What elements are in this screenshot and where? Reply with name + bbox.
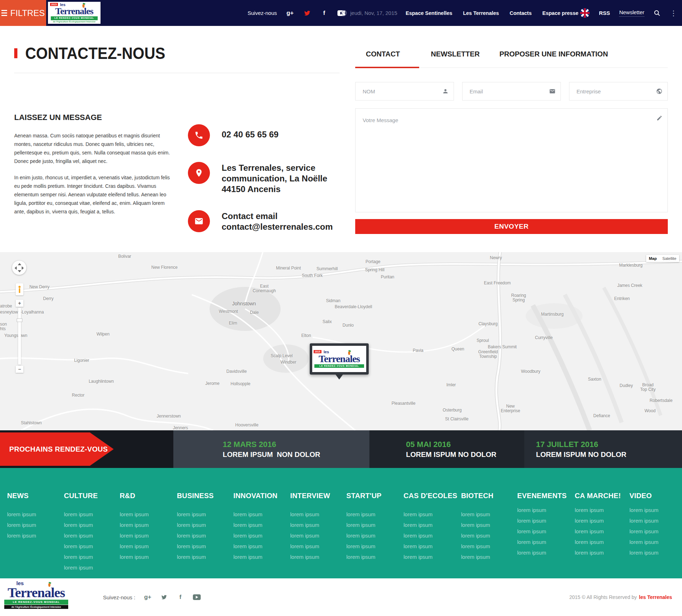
message-textarea[interactable]	[356, 109, 667, 212]
tab-newsletter[interactable]: NEWSLETTER	[431, 50, 480, 58]
footer-link[interactable]: lorem ipsum	[233, 511, 289, 517]
filters-button[interactable]: FILTRES	[0, 0, 46, 26]
footer-link[interactable]: lorem ipsum	[461, 511, 517, 517]
footer-link[interactable]: lorem ipsum	[64, 565, 120, 571]
tab-proposer-information[interactable]: PROPOSER UNE INFORMATION	[499, 50, 608, 58]
footer-link[interactable]: lorem ipsum	[7, 522, 63, 528]
footer-link[interactable]: lorem ipsum	[177, 511, 233, 517]
footer-logo[interactable]: les Terrenales LE RENDEZ-VOUS MONDIAL de…	[4, 580, 68, 609]
footer-link[interactable]: lorem ipsum	[575, 539, 631, 545]
footer-link[interactable]: lorem ipsum	[629, 528, 682, 534]
google-plus-icon[interactable]: g+	[144, 593, 152, 601]
footer-link[interactable]: lorem ipsum	[64, 543, 120, 549]
map-view-button[interactable]: Map	[646, 255, 660, 262]
footer-link[interactable]: lorem ipsum	[346, 554, 402, 560]
footer-link[interactable]: lorem ipsum	[346, 522, 402, 528]
footer-link[interactable]: lorem ipsum	[7, 533, 63, 539]
footer-link[interactable]: lorem ipsum	[233, 554, 289, 560]
site-logo[interactable]: 2015 les Terrenales LE RENDEZ-VOUS MONDI…	[48, 2, 101, 24]
footer-link[interactable]: lorem ipsum	[461, 554, 517, 560]
footer-link[interactable]: lorem ipsum	[64, 511, 120, 517]
footer-link[interactable]: lorem ipsum	[404, 522, 460, 528]
google-map[interactable]: BolivarNew FlorenceMineral PointSummerhi…	[0, 252, 682, 430]
copyright-brand[interactable]: les Terrenales	[639, 594, 672, 600]
email-input[interactable]	[462, 82, 561, 100]
footer-link[interactable]: lorem ipsum	[120, 533, 176, 539]
search-icon[interactable]	[654, 10, 661, 17]
rss-link[interactable]: RSS	[599, 10, 610, 16]
footer-link[interactable]: lorem ipsum	[120, 554, 176, 560]
footer-link[interactable]: lorem ipsum	[290, 511, 346, 517]
more-menu-icon[interactable]: ⋮	[670, 9, 677, 17]
footer-link[interactable]: lorem ipsum	[346, 543, 402, 549]
footer-link[interactable]: lorem ipsum	[461, 522, 517, 528]
nav-link-espace-sentinelles[interactable]: Espace Sentinelles	[406, 10, 452, 16]
send-button[interactable]: ENVOYER	[355, 219, 668, 234]
name-input[interactable]	[356, 82, 454, 100]
footer-link[interactable]: lorem ipsum	[575, 507, 631, 513]
footer-link[interactable]: lorem ipsum	[575, 528, 631, 534]
footer-link[interactable]: lorem ipsum	[517, 550, 573, 556]
footer-link[interactable]: lorem ipsum	[177, 522, 233, 528]
nav-link-contacts[interactable]: Contacts	[510, 10, 532, 16]
footer-link[interactable]: lorem ipsum	[575, 550, 631, 556]
map-pan-control[interactable]	[12, 261, 26, 275]
footer-link[interactable]: lorem ipsum	[120, 543, 176, 549]
footer-link[interactable]: lorem ipsum	[7, 511, 63, 517]
facebook-icon[interactable]: f	[177, 593, 184, 601]
street-view-pegman[interactable]	[16, 283, 23, 295]
footer-link[interactable]: lorem ipsum	[120, 511, 176, 517]
twitter-icon[interactable]	[160, 593, 168, 601]
footer-link[interactable]: lorem ipsum	[629, 550, 682, 556]
footer-link[interactable]: lorem ipsum	[290, 533, 346, 539]
footer-link[interactable]: lorem ipsum	[461, 543, 517, 549]
satellite-view-button[interactable]: Satellite	[660, 255, 679, 262]
zoom-in-button[interactable]: +	[16, 300, 23, 307]
footer-link[interactable]: lorem ipsum	[177, 543, 233, 549]
phone-number[interactable]: 02 40 65 65 69	[222, 124, 278, 140]
zoom-slider-track[interactable]	[18, 308, 21, 365]
facebook-icon[interactable]: f	[320, 9, 328, 17]
footer-link[interactable]: lorem ipsum	[290, 554, 346, 560]
footer-link[interactable]: lorem ipsum	[517, 539, 573, 545]
company-input[interactable]	[569, 82, 667, 100]
footer-link[interactable]: lorem ipsum	[404, 554, 460, 560]
footer-link[interactable]: lorem ipsum	[404, 543, 460, 549]
footer-link[interactable]: lorem ipsum	[404, 533, 460, 539]
footer-link[interactable]: lorem ipsum	[64, 533, 120, 539]
zoom-out-button[interactable]: −	[16, 366, 23, 373]
email-address[interactable]: contact@lesterrenales.com	[222, 222, 333, 232]
footer-link[interactable]: lorem ipsum	[177, 554, 233, 560]
google-plus-icon[interactable]: g+	[286, 9, 294, 17]
footer-link[interactable]: lorem ipsum	[629, 539, 682, 545]
footer-link[interactable]: lorem ipsum	[517, 518, 573, 524]
footer-link[interactable]: lorem ipsum	[233, 533, 289, 539]
nav-link-les-terrenales[interactable]: Les Terrenales	[463, 10, 499, 16]
footer-link[interactable]: lorem ipsum	[517, 528, 573, 534]
footer-link[interactable]: lorem ipsum	[290, 522, 346, 528]
footer-link[interactable]: lorem ipsum	[629, 507, 682, 513]
event-item[interactable]: 17 JUILLET 2016 LOREM ISPUM NO DOLOR	[524, 430, 682, 468]
footer-link[interactable]: lorem ipsum	[64, 522, 120, 528]
youtube-icon[interactable]	[193, 593, 201, 601]
footer-link[interactable]: lorem ipsum	[120, 522, 176, 528]
uk-flag-icon[interactable]	[580, 8, 590, 18]
footer-link[interactable]: lorem ipsum	[517, 507, 573, 513]
footer-link[interactable]: lorem ipsum	[629, 518, 682, 524]
newsletter-link[interactable]: Newsletter	[619, 9, 644, 17]
footer-link[interactable]: lorem ipsum	[290, 543, 346, 549]
footer-link[interactable]: lorem ipsum	[233, 522, 289, 528]
nav-link-espace-presse[interactable]: Espace presse	[542, 10, 579, 16]
zoom-slider-handle[interactable]	[17, 318, 22, 322]
footer-link[interactable]: lorem ipsum	[404, 511, 460, 517]
footer-link[interactable]: lorem ipsum	[346, 511, 402, 517]
event-item[interactable]: 05 MAI 2016 LOREM ISPUM NO DOLOR	[369, 430, 524, 468]
footer-link[interactable]: lorem ipsum	[346, 533, 402, 539]
footer-link[interactable]: lorem ipsum	[177, 533, 233, 539]
tab-contact[interactable]: CONTACT	[366, 50, 400, 58]
twitter-icon[interactable]	[303, 9, 311, 17]
event-item[interactable]: 12 MARS 2016 LOREM IPSUM NON DOLOR	[173, 430, 369, 468]
footer-link[interactable]: lorem ipsum	[64, 554, 120, 560]
footer-link[interactable]: lorem ipsum	[575, 518, 631, 524]
map-marker-les-terrenales[interactable]: 2015 les Terrenales LE RENDEZ-VOUS MONDI…	[310, 343, 369, 375]
